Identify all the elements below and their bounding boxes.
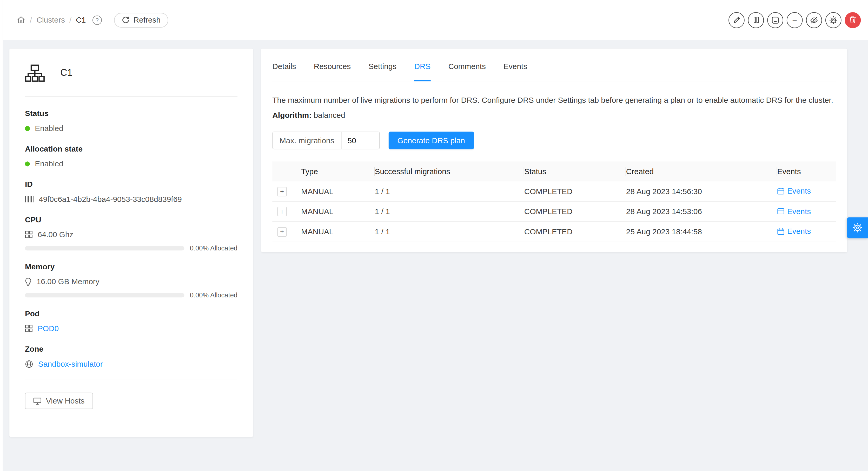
theme-settings-drawer-button[interactable] <box>847 217 868 238</box>
cell-created: 28 Aug 2023 14:56:30 <box>626 181 777 201</box>
breadcrumb-separator: / <box>30 15 32 24</box>
events-link[interactable]: Events <box>777 186 811 195</box>
unmanage-icon <box>772 16 779 24</box>
pod-label: Pod <box>25 308 238 319</box>
refresh-button[interactable]: Refresh <box>114 12 168 28</box>
action-buttons: − <box>728 12 861 28</box>
trash-icon <box>849 16 857 24</box>
generate-drs-plan-button[interactable]: Generate DRS plan <box>389 132 474 149</box>
breadcrumb-clusters-link[interactable]: Clusters <box>36 15 65 24</box>
help-icon[interactable]: ? <box>92 15 102 25</box>
remove-cluster-button[interactable]: − <box>787 12 803 28</box>
field-status: Status Enabled <box>25 108 238 134</box>
disable-cluster-button[interactable] <box>748 12 764 28</box>
delete-button[interactable] <box>845 12 861 28</box>
cpu-allocated-text: 0.00% Allocated <box>190 244 238 252</box>
cell-status: COMPLETED <box>524 201 626 222</box>
breadcrumb-current: C1 <box>76 15 86 24</box>
gear-icon <box>829 16 838 24</box>
cell-type: MANUAL <box>301 181 375 201</box>
field-allocation-state: Allocation state Enabled <box>25 143 238 169</box>
expand-row-button[interactable]: + <box>277 207 287 216</box>
drs-description: The maximum number of live migrations to… <box>272 95 836 106</box>
column-header-type: Type <box>301 161 375 181</box>
events-link-label: Events <box>787 227 811 236</box>
edit-button[interactable] <box>728 12 745 28</box>
divider <box>25 96 238 97</box>
max-migrations-group: Max. migrations <box>272 132 379 149</box>
collapsed-sidebar-edge <box>0 0 3 471</box>
calendar-icon <box>777 228 785 235</box>
column-header-status: Status <box>524 161 626 181</box>
page: / Clusters / C1 ? Refresh − <box>0 0 868 471</box>
status-value: Enabled <box>35 123 63 134</box>
events-link[interactable]: Events <box>777 227 811 236</box>
tab-resources[interactable]: Resources <box>314 53 351 81</box>
events-link-label: Events <box>787 207 811 215</box>
globe-icon <box>25 360 33 368</box>
cell-created: 28 Aug 2023 14:53:06 <box>626 201 777 222</box>
divider <box>25 379 238 379</box>
expand-row-button[interactable]: + <box>277 227 287 236</box>
tab-details[interactable]: Details <box>272 53 296 81</box>
view-hosts-label: View Hosts <box>46 397 85 405</box>
home-icon[interactable] <box>17 15 26 24</box>
table-row: + MANUAL 1 / 1 COMPLETED 25 Aug 2023 18:… <box>272 221 836 242</box>
allocation-state-dot <box>25 161 30 166</box>
drs-plan-table: Type Successful migrations Status Create… <box>272 161 836 242</box>
info-fields: Status Enabled Allocation state Enabled … <box>25 108 238 369</box>
tab-events[interactable]: Events <box>503 53 527 81</box>
view-hosts-button[interactable]: View Hosts <box>25 393 93 409</box>
field-zone: Zone Sandbox-simulator <box>25 343 238 369</box>
cell-status: COMPLETED <box>524 221 626 242</box>
resource-title-row: C1 <box>25 62 238 84</box>
zone-link[interactable]: Sandbox-simulator <box>38 358 103 370</box>
table-row: + MANUAL 1 / 1 COMPLETED 28 Aug 2023 14:… <box>272 181 836 201</box>
refresh-label: Refresh <box>133 15 160 24</box>
expand-row-button[interactable]: + <box>277 187 287 196</box>
cpu-label: CPU <box>25 214 238 225</box>
expand-column-header <box>272 161 301 181</box>
pod-link[interactable]: POD0 <box>38 323 59 334</box>
pause-circle-icon <box>753 16 760 23</box>
field-pod: Pod POD0 <box>25 308 238 334</box>
unmanage-cluster-button[interactable] <box>767 12 783 28</box>
cell-status: COMPLETED <box>524 181 626 201</box>
header: / Clusters / C1 ? Refresh − <box>3 0 868 40</box>
tab-comments[interactable]: Comments <box>448 53 486 81</box>
breadcrumb: / Clusters / C1 ? Refresh <box>17 12 168 28</box>
cell-migrations: 1 / 1 <box>375 181 524 201</box>
memory-label: Memory <box>25 261 238 272</box>
events-link-label: Events <box>787 186 811 195</box>
algorithm-label: Algorithm: <box>272 110 311 120</box>
tab-drs[interactable]: DRS <box>414 53 431 81</box>
cpu-progress-track <box>25 246 184 250</box>
status-label: Status <box>25 108 238 119</box>
cell-migrations: 1 / 1 <box>375 201 524 222</box>
hide-cluster-button[interactable] <box>806 12 822 28</box>
algorithm-line: Algorithm: balanced <box>272 109 836 121</box>
allocation-state-label: Allocation state <box>25 143 238 155</box>
id-label: ID <box>25 178 238 190</box>
zone-label: Zone <box>25 343 238 355</box>
gear-icon <box>852 223 862 233</box>
column-header-migrations: Successful migrations <box>375 161 524 181</box>
column-header-created: Created <box>626 161 777 181</box>
page-title: C1 <box>60 67 72 79</box>
field-memory: Memory 16.00 GB Memory 0.00% Allocated <box>25 261 238 299</box>
cell-migrations: 1 / 1 <box>375 221 524 242</box>
column-header-events: Events <box>777 161 836 181</box>
memory-progress-track <box>25 293 184 297</box>
tab-settings[interactable]: Settings <box>368 53 397 81</box>
eye-invisible-icon <box>810 16 818 24</box>
configure-button[interactable] <box>826 12 841 28</box>
pod-grid-icon <box>25 325 33 332</box>
memory-allocated-text: 0.00% Allocated <box>190 291 238 299</box>
cell-type: MANUAL <box>301 201 375 222</box>
max-migrations-input[interactable] <box>341 132 379 149</box>
desktop-icon <box>33 397 41 405</box>
algorithm-value: balanced <box>314 110 345 120</box>
status-dot <box>25 126 30 131</box>
cpu-value: 64.00 Ghz <box>38 229 73 240</box>
events-link[interactable]: Events <box>777 207 811 215</box>
